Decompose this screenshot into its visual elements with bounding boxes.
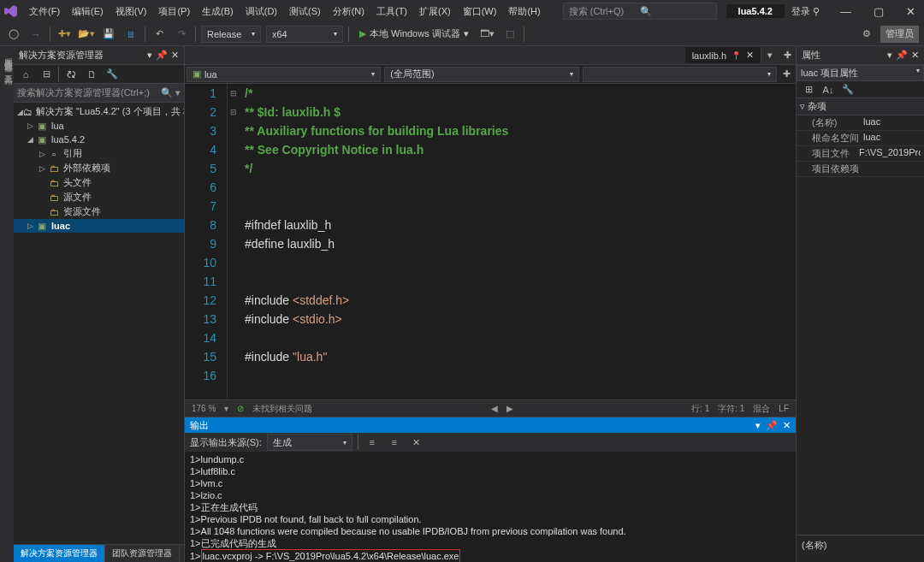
menu-analyze[interactable]: 分析(N) (328, 3, 370, 21)
zoom-level[interactable]: 176 % (192, 404, 216, 413)
split-icon[interactable]: ✚ (779, 66, 796, 83)
menu-test[interactable]: 测试(S) (284, 3, 326, 21)
menu-build[interactable]: 生成(B) (197, 3, 239, 21)
nav-left-icon[interactable]: ◀ (491, 404, 498, 413)
menu-extensions[interactable]: 扩展(X) (414, 3, 456, 21)
folder-icon: 🗀 (48, 163, 60, 175)
tab-settings-icon[interactable]: ✚ (779, 47, 796, 64)
output-clear-icon[interactable]: ≡ (364, 434, 381, 451)
close-tab-icon[interactable]: ✕ (746, 50, 754, 61)
nav-right-icon[interactable]: ▶ (506, 404, 513, 413)
output-title: 输出 (190, 419, 209, 432)
tab-overflow-icon[interactable]: ▾ (761, 47, 779, 64)
code-editor[interactable]: 12345678910111213141516 ⊟⊟ /*** $Id: lau… (185, 84, 796, 399)
props-row[interactable]: (名称)luac (797, 115, 924, 131)
left-side-tabs[interactable]: 服务器资源管理器 工具箱 (0, 46, 14, 562)
tree-refs[interactable]: ▷▫引用 (14, 146, 184, 161)
props-close-icon[interactable]: ✕ (911, 50, 919, 61)
home-icon[interactable]: ⌂ (17, 66, 34, 83)
tree-hdr[interactable]: 🗀头文件 (14, 175, 184, 190)
new-project-icon[interactable]: ✚▾ (56, 26, 73, 43)
main-toolbar: ◯ → ✚▾ 📂▾ 💾 🗎 ↶ ↷ Release▾ x64▾ ▶本地 Wind… (0, 22, 924, 46)
menu-window[interactable]: 窗口(W) (458, 3, 502, 21)
config-combo[interactable]: Release▾ (201, 26, 261, 43)
tree-res[interactable]: 🗀资源文件 (14, 204, 184, 219)
save-icon[interactable]: 💾 (100, 26, 117, 43)
tree-src[interactable]: 🗀源文件 (14, 190, 184, 204)
live-share-icon[interactable]: ⚙ (858, 26, 875, 43)
debug-target-icon[interactable]: 🗔▾ (479, 26, 496, 43)
output-close-icon[interactable]: ✕ (783, 420, 791, 431)
code-content[interactable]: /*** $Id: lauxlib.h $** Auxiliary functi… (240, 84, 796, 399)
props-row[interactable]: 根命名空间luac (797, 131, 924, 146)
undo-icon[interactable]: ↶ (151, 26, 168, 43)
nav-project-combo[interactable]: ▣lua▾ (187, 67, 381, 82)
explorer-toolbar: ⌂ ⊟ 🗘 🗋 🔧 (14, 65, 184, 84)
output-wrap-icon[interactable]: ≡ (386, 434, 403, 451)
explorer-dropdown-icon[interactable]: ▾ (147, 50, 152, 61)
props-pin-icon[interactable]: 📌 (896, 50, 908, 61)
output-titlebar: 输出 ▾📌✕ (185, 417, 796, 433)
output-source-combo[interactable]: 生成▾ (267, 434, 352, 451)
nav-scope-combo[interactable]: (全局范围)▾ (384, 67, 578, 82)
tree-lua[interactable]: ▷▣lua (14, 119, 184, 133)
platform-combo[interactable]: x64▾ (266, 26, 343, 43)
properties-icon[interactable]: 🔧 (104, 66, 121, 83)
props-row[interactable]: 项目依赖项 (797, 162, 924, 177)
categorize-icon[interactable]: ⊞ (800, 81, 817, 98)
close-button[interactable]: ✕ (901, 5, 921, 18)
menu-debug[interactable]: 调试(D) (240, 3, 282, 21)
menu-file[interactable]: 文件(F) (24, 3, 65, 21)
explorer-close-icon[interactable]: ✕ (171, 50, 179, 61)
alpha-icon[interactable]: A↓ (820, 81, 837, 98)
redo-icon[interactable]: ↷ (173, 26, 190, 43)
menu-help[interactable]: 帮助(H) (503, 3, 545, 21)
save-all-icon[interactable]: 🗎 (122, 26, 139, 43)
doc-tab-lauxlib[interactable]: lauxlib.h 📍 ✕ (685, 47, 761, 63)
tree-ext[interactable]: ▷🗀外部依赖项 (14, 161, 184, 175)
admin-badge: 管理员 (880, 26, 919, 43)
run-button[interactable]: ▶本地 Windows 调试器 ▾ (354, 27, 474, 40)
props-row[interactable]: 项目文件F:\VS_2019Pro\ (797, 146, 924, 162)
menu-tools[interactable]: 工具(T) (371, 3, 412, 21)
lf-indicator[interactable]: LF (779, 404, 789, 413)
explorer-pin-icon[interactable]: 📌 (156, 50, 168, 61)
pin-icon[interactable]: 📍 (732, 51, 741, 60)
menu-edit[interactable]: 编辑(E) (67, 3, 109, 21)
tree-solution[interactable]: ◢🗂解决方案 "Lua5.4.2" (3 个项目，共 3 (14, 104, 184, 119)
open-icon[interactable]: 📂▾ (78, 26, 95, 43)
output-source-label: 显示输出来源(S): (190, 436, 262, 449)
title-project: lua5.4.2 (726, 4, 785, 18)
refs-icon: ▫ (48, 148, 60, 160)
login-button[interactable]: 登录 ⚲ (791, 5, 820, 18)
collapse-icon[interactable]: ⊟ (38, 66, 55, 83)
global-search[interactable]: 搜索 (Ctrl+Q) 🔍 (563, 3, 717, 20)
menu-view[interactable]: 视图(V) (110, 3, 152, 21)
menu-project[interactable]: 项目(P) (153, 3, 195, 21)
minimize-button[interactable]: — (835, 5, 856, 18)
props-category[interactable]: ▿ 杂项 (797, 98, 924, 115)
tree-lua542[interactable]: ◢▣lua5.4.2 (14, 133, 184, 146)
wrench-icon[interactable]: 🔧 (839, 81, 856, 98)
show-all-icon[interactable]: 🗋 (83, 66, 100, 83)
step-icon[interactable]: ⬚ (501, 26, 518, 43)
output-pin-icon[interactable]: 📌 (766, 420, 778, 431)
fold-gutter[interactable]: ⊟⊟ (228, 84, 240, 399)
explorer-search[interactable]: 搜索解决方案资源管理器(Ctrl+;) 🔍 ▾ (14, 84, 184, 103)
nav-back-icon[interactable]: ◯ (5, 26, 22, 43)
project-icon: ▣ (36, 133, 48, 145)
props-dropdown-icon[interactable]: ▾ (887, 50, 892, 61)
tree-luac[interactable]: ▷▣luac (14, 219, 184, 233)
maximize-button[interactable]: ▢ (868, 5, 889, 18)
output-dropdown-icon[interactable]: ▾ (755, 420, 761, 431)
nav-member-combo[interactable]: ▾ (583, 67, 777, 82)
output-content[interactable]: 1>lundump.c1>lutf8lib.c1>lvm.c1>lzio.c1>… (185, 452, 796, 562)
tab-team-explorer[interactable]: 团队资源管理器 (105, 545, 180, 562)
output-clear2-icon[interactable]: ✕ (408, 434, 425, 451)
props-selector[interactable]: luac 项目属性▾ (797, 65, 924, 81)
nav-fwd-icon[interactable]: → (27, 26, 44, 43)
props-title: 属性 (802, 49, 820, 62)
refresh-icon[interactable]: 🗘 (62, 66, 80, 83)
tab-solution-explorer[interactable]: 解决方案资源管理器 (14, 545, 105, 562)
mixed-indicator[interactable]: 混合 (753, 403, 770, 415)
